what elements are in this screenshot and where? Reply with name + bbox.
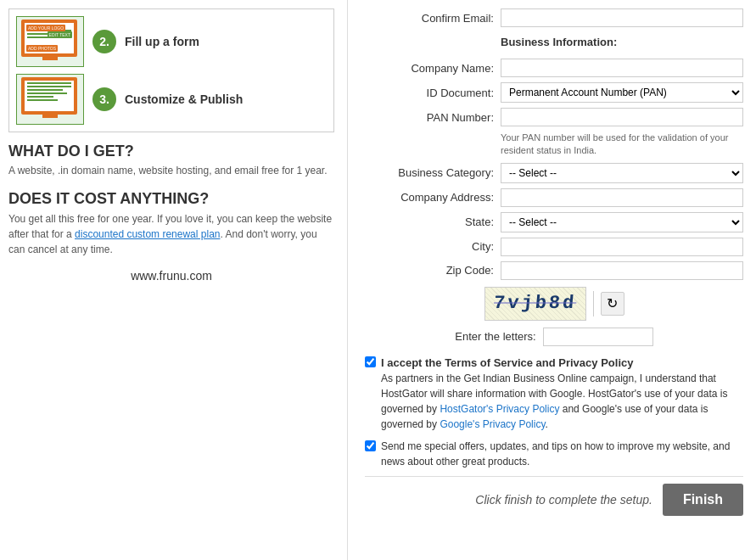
city-input[interactable] xyxy=(501,238,743,256)
city-label: City: xyxy=(365,240,501,253)
offers-checkbox[interactable] xyxy=(365,440,376,451)
does-heading: DOES IT COST ANYTHING? xyxy=(8,190,334,208)
offers-row: Send me special offers, updates, and tip… xyxy=(365,439,743,469)
frunu-url: www.frunu.com xyxy=(8,269,334,283)
offers-label: Send me special offers, updates, and tip… xyxy=(381,439,743,469)
company-name-input[interactable] xyxy=(501,59,743,77)
finish-row: Click finish to complete the setup. Fini… xyxy=(365,476,743,516)
business-info-label: Business Information: xyxy=(501,36,617,48)
terms-checkbox[interactable] xyxy=(365,356,376,367)
step-2-badge: 2. xyxy=(92,30,116,53)
terms-bold-label: I accept the Terms of Service and Privac… xyxy=(381,356,633,369)
state-label: State: xyxy=(365,216,501,228)
captcha-refresh-button[interactable]: ↻ xyxy=(601,292,624,316)
id-document-select[interactable]: Permanent Account Number (PAN) xyxy=(501,82,743,103)
company-name-label: Company Name: xyxy=(365,62,501,75)
business-category-select[interactable]: -- Select -- xyxy=(501,163,743,183)
enter-letters-label: Enter the letters: xyxy=(455,330,535,343)
id-document-wrapper: Permanent Account Number (PAN) xyxy=(501,82,743,103)
company-address-label: Company Address: xyxy=(365,191,501,204)
company-address-input[interactable] xyxy=(501,188,743,207)
business-category-wrapper: -- Select -- xyxy=(501,163,743,183)
pan-note: Your PAN number will be used for the val… xyxy=(501,132,743,158)
enter-letters-input[interactable] xyxy=(543,328,653,346)
terms-section: I accept the Terms of Service and Privac… xyxy=(365,355,743,433)
captcha-text: 7vjb8d xyxy=(493,293,577,314)
pan-number-label: PAN Number: xyxy=(365,111,501,124)
state-select[interactable]: -- Select -- xyxy=(501,212,743,232)
confirm-email-input[interactable] xyxy=(501,8,743,27)
zip-code-label: Zip Code: xyxy=(365,264,501,277)
finish-prompt: Click finish to complete the setup. xyxy=(475,493,652,507)
step-3-badge: 3. xyxy=(92,87,116,111)
step-2-label: Fill up a form xyxy=(125,35,199,48)
enter-letters-row: Enter the letters: xyxy=(365,328,743,346)
terms-link1[interactable]: HostGator's Privacy Policy xyxy=(440,403,559,415)
state-wrapper: -- Select -- xyxy=(501,212,743,232)
id-document-label: ID Document: xyxy=(365,87,501,99)
what-heading: WHAT DO I GET? xyxy=(8,143,334,160)
does-subtext: You get all this free for one year. If y… xyxy=(8,211,334,257)
terms-link2[interactable]: Google's Privacy Policy xyxy=(440,418,545,430)
finish-button[interactable]: Finish xyxy=(663,484,743,516)
pan-number-input[interactable] xyxy=(501,108,743,126)
confirm-email-label: Confirm Email: xyxy=(365,12,501,25)
zip-code-input[interactable] xyxy=(501,261,743,280)
captcha-row: 7vjb8d ↻ xyxy=(365,287,743,321)
step-3-label: Customize & Publish xyxy=(125,92,243,106)
terms-label: I accept the Terms of Service and Privac… xyxy=(381,355,743,433)
terms-text-body: As partners in the Get Indian Business O… xyxy=(381,372,727,430)
captcha-image: 7vjb8d xyxy=(484,287,586,321)
captcha-divider xyxy=(593,291,594,316)
business-category-label: Business Category: xyxy=(365,166,501,179)
what-subtext: A website, .in domain name, website host… xyxy=(8,164,334,178)
